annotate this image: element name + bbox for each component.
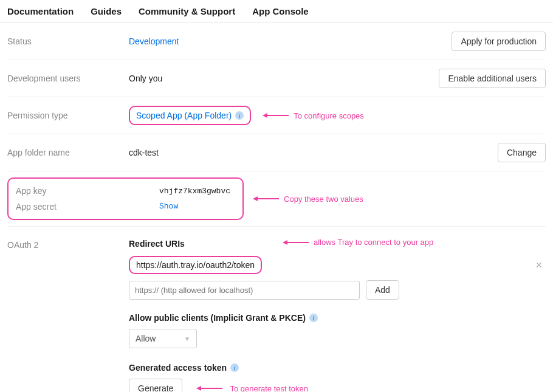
row-oauth: OAuth 2 Redirect URIs allows Tray to con… <box>7 227 546 392</box>
folder-value: cdk-test <box>129 148 498 157</box>
nav-console[interactable]: App Console <box>252 6 309 16</box>
access-token-title: Generated access token <box>129 363 227 373</box>
folder-label: App folder name <box>7 148 129 157</box>
dev-users-value: Only you <box>129 74 439 83</box>
top-nav: Documentation Guides Community & Support… <box>0 0 553 23</box>
row-permission-type: Permission type Scoped App (App Folder) … <box>7 97 546 134</box>
annotation-arrow <box>257 198 279 199</box>
permission-value-pill: Scoped App (App Folder) i <box>129 106 251 125</box>
annotation-arrow <box>201 388 222 389</box>
dev-users-label: Development users <box>7 74 129 83</box>
nav-community[interactable]: Community & Support <box>139 6 235 16</box>
row-app-folder: App folder name cdk-test Change <box>7 134 546 171</box>
row-keys: App key App secret vhjfz7kxm3gwbvc Show … <box>7 171 546 227</box>
redirect-uri-input[interactable] <box>129 281 360 300</box>
row-status: Status Development Apply for production <box>7 23 546 60</box>
annotation-arrow <box>267 115 289 116</box>
enable-users-button[interactable]: Enable additional users <box>439 69 546 88</box>
nav-guides[interactable]: Guides <box>91 6 122 16</box>
remove-uri-button[interactable]: × <box>535 259 546 272</box>
app-key-value: vhjfz7kxm3gwbvc <box>159 187 230 196</box>
keys-pill: App key App secret vhjfz7kxm3gwbvc Show <box>7 177 244 220</box>
public-clients-value: Allow <box>136 334 156 343</box>
annotation-arrow <box>287 242 309 243</box>
add-uri-button[interactable]: Add <box>366 280 399 300</box>
permission-value[interactable]: Scoped App (App Folder) <box>136 111 232 120</box>
public-clients-select[interactable]: Allow ▼ <box>129 329 197 348</box>
permission-annotation: To configure scopes <box>294 111 364 120</box>
nav-documentation[interactable]: Documentation <box>7 6 74 16</box>
redirect-annotation: allows Tray to connect to your app <box>314 238 433 247</box>
info-icon[interactable]: i <box>230 363 239 372</box>
app-secret-label: App secret <box>16 202 129 211</box>
status-value[interactable]: Development <box>129 36 452 46</box>
redirect-uri-pill: https://auth.tray.io/oauth2/token <box>129 256 262 274</box>
status-label: Status <box>7 36 129 46</box>
redirect-uri-value: https://auth.tray.io/oauth2/token <box>136 260 255 270</box>
app-secret-show[interactable]: Show <box>159 202 230 211</box>
info-icon[interactable]: i <box>235 111 244 120</box>
permission-label: Permission type <box>7 111 129 120</box>
oauth-label: OAuth 2 <box>7 239 129 250</box>
chevron-down-icon: ▼ <box>184 335 190 342</box>
app-key-label: App key <box>16 186 129 196</box>
generate-annotation: To generate test token <box>230 384 308 393</box>
apply-production-button[interactable]: Apply for production <box>452 32 546 51</box>
info-icon[interactable]: i <box>309 314 318 322</box>
row-dev-users: Development users Only you Enable additi… <box>7 60 546 97</box>
public-clients-title: Allow public clients (Implicit Grant & P… <box>129 313 306 323</box>
generate-token-button[interactable]: Generate <box>129 379 182 392</box>
keys-annotation: Copy these two values <box>284 194 363 204</box>
change-folder-button[interactable]: Change <box>498 143 546 162</box>
